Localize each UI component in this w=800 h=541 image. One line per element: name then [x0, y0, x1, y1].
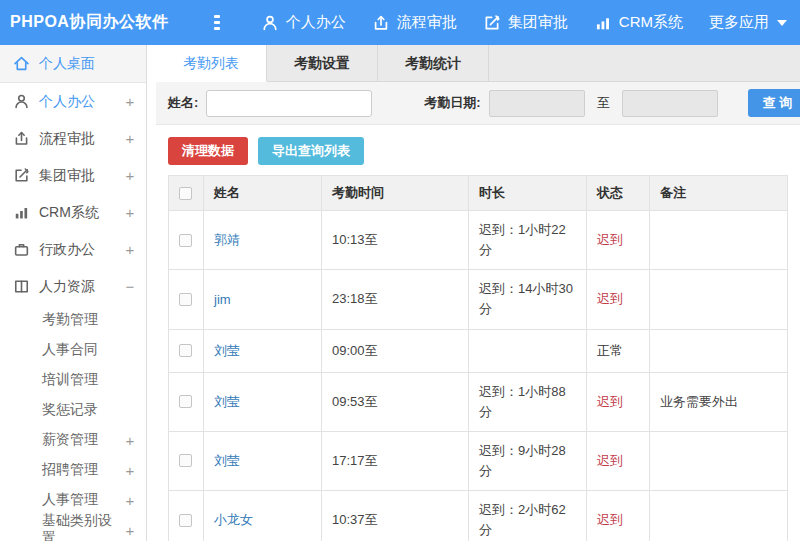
nav-icon — [261, 14, 279, 32]
sidebar-subitem[interactable]: 培训管理 — [0, 365, 146, 395]
sidebar-item[interactable]: CRM系统 + — [0, 194, 146, 231]
sidebar-item-label: 流程审批 — [39, 130, 124, 148]
sidebar-icon — [13, 55, 30, 72]
cell-status: 迟到 — [587, 491, 650, 541]
select-all-checkbox[interactable] — [179, 187, 192, 200]
sidebar-item[interactable]: 个人办公 + — [0, 83, 146, 120]
app: { "header": { "app_title": "PHPOA协同办公软件"… — [0, 0, 800, 541]
sidebar-subitem[interactable]: 奖惩记录 — [0, 395, 146, 425]
cell-name: jim — [204, 270, 322, 329]
row-checkbox[interactable] — [179, 344, 192, 357]
row-checkbox[interactable] — [179, 293, 192, 306]
sidebar-icon — [13, 93, 30, 110]
sidebar-subitem[interactable]: 人事管理 + — [0, 485, 146, 515]
nav-icon — [594, 14, 612, 32]
nav-icon — [483, 14, 501, 32]
expand-toggle-icon: − — [124, 278, 136, 295]
sidebar-submenu-hr: 考勤管理 人事合同 培训管理 奖惩记录 薪资管理 + 招聘管理 + 人事管理 +… — [0, 305, 146, 541]
cell-duration: 迟到：2小时62分 — [469, 491, 587, 541]
cell-note — [650, 270, 788, 329]
sidebar-icon — [13, 130, 30, 147]
row-select-cell — [169, 270, 204, 329]
employee-name-link[interactable]: 刘莹 — [214, 343, 240, 358]
sidebar-item[interactable]: 行政办公 + — [0, 231, 146, 268]
top-bar: PHPOA协同办公软件 个人办公 流程审批 集团审批 CRM系统 更多应用 — [0, 0, 800, 45]
sidebar-item[interactable]: 个人桌面 — [0, 45, 146, 83]
col-header-time: 考勤时间 — [322, 176, 469, 211]
table-row: 刘莹 09:53至 迟到：1小时88分 迟到 业务需要外出 — [169, 372, 788, 431]
sidebar-subitem[interactable]: 基础类别设置 + — [0, 515, 146, 541]
employee-name-link[interactable]: jim — [214, 292, 231, 307]
top-nav-item[interactable]: CRM系统 — [581, 0, 696, 45]
sidebar-item[interactable]: 集团审批 + — [0, 157, 146, 194]
expand-toggle-icon: + — [124, 241, 136, 258]
table-row: 刘莹 17:17至 迟到：9小时28分 迟到 — [169, 431, 788, 490]
expand-toggle-icon: + — [124, 204, 136, 221]
cell-time: 09:53至 — [322, 372, 469, 431]
top-nav-item-label: CRM系统 — [619, 13, 683, 32]
name-filter-input[interactable] — [206, 90, 372, 117]
app-title: PHPOA协同办公软件 — [0, 12, 162, 33]
top-nav-item-label: 更多应用 — [709, 13, 769, 32]
search-button[interactable]: 查 询 — [748, 89, 800, 117]
select-all-cell — [169, 176, 204, 211]
cell-duration: 迟到：1小时22分 — [469, 211, 587, 270]
cell-name: 小龙女 — [204, 491, 322, 541]
top-nav-item[interactable]: 集团审批 — [470, 0, 581, 45]
row-checkbox[interactable] — [179, 395, 192, 408]
top-nav-item[interactable]: 个人办公 — [248, 0, 359, 45]
sidebar-subitem[interactable]: 考勤管理 — [0, 305, 146, 335]
sidebar-icon — [13, 278, 30, 295]
sidebar-subitem[interactable]: 薪资管理 + — [0, 425, 146, 455]
cell-time: 17:17至 — [322, 431, 469, 490]
expand-toggle-icon: + — [124, 432, 136, 449]
employee-name-link[interactable]: 刘莹 — [214, 453, 240, 468]
cell-status: 迟到 — [587, 372, 650, 431]
row-checkbox[interactable] — [179, 454, 192, 467]
row-checkbox[interactable] — [179, 234, 192, 247]
employee-name-link[interactable]: 郭靖 — [214, 232, 240, 247]
employee-name-link[interactable]: 刘莹 — [214, 394, 240, 409]
sidebar-subitem[interactable]: 人事合同 — [0, 335, 146, 365]
sidebar-subitem-label: 考勤管理 — [42, 311, 124, 329]
row-select-cell — [169, 491, 204, 541]
cell-duration: 迟到：14小时30分 — [469, 270, 587, 329]
sidebar-item[interactable]: 人力资源 − — [0, 268, 146, 305]
sidebar-item[interactable]: 流程审批 + — [0, 120, 146, 157]
export-list-button[interactable]: 导出查询列表 — [258, 137, 364, 165]
cell-time: 10:37至 — [322, 491, 469, 541]
sidebar-subitem-label: 薪资管理 — [42, 431, 124, 449]
tab[interactable]: 考勤统计 — [378, 45, 489, 81]
tab[interactable]: 考勤设置 — [267, 45, 378, 81]
top-nav-item[interactable]: 更多应用 — [696, 0, 800, 45]
table-row: 郭靖 10:13至 迟到：1小时22分 迟到 — [169, 211, 788, 270]
expand-toggle-icon: + — [124, 130, 136, 147]
sidebar-subitem-label: 基础类别设置 — [42, 512, 124, 541]
table-row: 刘莹 09:00至 正常 — [169, 329, 788, 372]
col-header-duration: 时长 — [469, 176, 587, 211]
sidebar-subitem-label: 奖惩记录 — [42, 401, 124, 419]
sidebar-subitem-label: 招聘管理 — [42, 461, 124, 479]
tab[interactable]: 考勤列表 — [156, 45, 267, 82]
hamburger-menu-icon[interactable] — [214, 12, 220, 34]
date-to-input[interactable] — [622, 90, 718, 117]
employee-name-link[interactable]: 小龙女 — [214, 512, 253, 527]
cell-note: 业务需要外出 — [650, 372, 788, 431]
sidebar-icon — [13, 241, 30, 258]
expand-toggle-icon: + — [124, 93, 136, 110]
table-row: jim 23:18至 迟到：14小时30分 迟到 — [169, 270, 788, 329]
sidebar-item-label: 集团审批 — [39, 167, 124, 185]
row-checkbox[interactable] — [179, 514, 192, 527]
date-from-input[interactable] — [489, 90, 585, 117]
cell-duration: 迟到：9小时28分 — [469, 431, 587, 490]
sidebar-subitem[interactable]: 招聘管理 + — [0, 455, 146, 485]
cell-duration — [469, 329, 587, 372]
top-nav-item-label: 集团审批 — [508, 13, 568, 32]
clear-data-button[interactable]: 清理数据 — [168, 137, 248, 165]
caret-down-icon — [777, 20, 787, 26]
top-nav-item[interactable]: 流程审批 — [359, 0, 470, 45]
expand-toggle-icon: + — [124, 462, 136, 479]
date-filter-label: 考勤日期: — [424, 94, 480, 112]
sidebar-icon — [13, 204, 30, 221]
row-select-cell — [169, 329, 204, 372]
